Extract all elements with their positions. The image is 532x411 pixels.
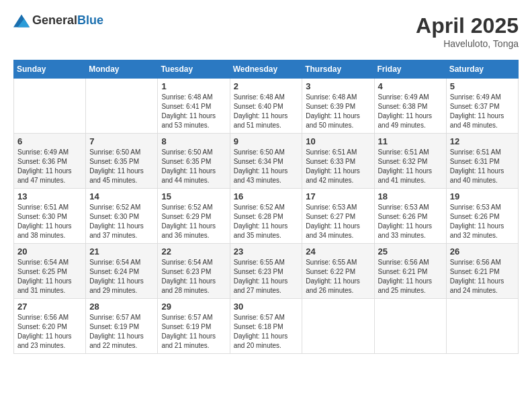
day-info: Sunrise: 6:49 AM Sunset: 6:38 PM Dayligh…	[378, 93, 443, 130]
calendar-cell: 17Sunrise: 6:53 AM Sunset: 6:27 PM Dayli…	[302, 189, 374, 244]
calendar-cell: 1Sunrise: 6:48 AM Sunset: 6:41 PM Daylig…	[158, 79, 230, 134]
calendar-cell: 27Sunrise: 6:56 AM Sunset: 6:20 PM Dayli…	[14, 299, 86, 354]
day-number: 16	[234, 191, 299, 201]
day-number: 19	[450, 191, 515, 201]
calendar-week-row: 27Sunrise: 6:56 AM Sunset: 6:20 PM Dayli…	[14, 299, 519, 354]
day-info: Sunrise: 6:55 AM Sunset: 6:22 PM Dayligh…	[306, 258, 370, 295]
day-info: Sunrise: 6:53 AM Sunset: 6:26 PM Dayligh…	[378, 203, 443, 240]
calendar-cell: 20Sunrise: 6:54 AM Sunset: 6:25 PM Dayli…	[14, 244, 86, 299]
calendar-cell: 3Sunrise: 6:48 AM Sunset: 6:39 PM Daylig…	[302, 79, 374, 134]
calendar-cell: 26Sunrise: 6:56 AM Sunset: 6:21 PM Dayli…	[446, 244, 518, 299]
day-number: 27	[17, 302, 82, 312]
title-block: April 2025 Haveluloto, Tonga	[416, 13, 519, 49]
calendar-cell: 2Sunrise: 6:48 AM Sunset: 6:40 PM Daylig…	[230, 79, 302, 134]
calendar-cell: 30Sunrise: 6:57 AM Sunset: 6:18 PM Dayli…	[230, 299, 302, 354]
day-number: 21	[89, 246, 154, 257]
calendar-cell: 19Sunrise: 6:53 AM Sunset: 6:26 PM Dayli…	[446, 189, 518, 244]
day-info: Sunrise: 6:51 AM Sunset: 6:31 PM Dayligh…	[450, 148, 515, 185]
col-header-friday: Friday	[374, 60, 446, 79]
calendar-cell: 28Sunrise: 6:57 AM Sunset: 6:19 PM Dayli…	[86, 299, 158, 354]
day-number: 17	[306, 191, 370, 201]
day-info: Sunrise: 6:56 AM Sunset: 6:21 PM Dayligh…	[450, 258, 515, 295]
calendar-cell: 18Sunrise: 6:53 AM Sunset: 6:26 PM Dayli…	[374, 189, 446, 244]
day-number: 6	[17, 136, 82, 146]
day-number: 24	[306, 246, 370, 257]
col-header-saturday: Saturday	[446, 60, 518, 79]
day-info: Sunrise: 6:49 AM Sunset: 6:36 PM Dayligh…	[17, 148, 82, 185]
day-info: Sunrise: 6:49 AM Sunset: 6:37 PM Dayligh…	[450, 93, 515, 130]
day-info: Sunrise: 6:48 AM Sunset: 6:40 PM Dayligh…	[234, 93, 299, 130]
calendar-week-row: 20Sunrise: 6:54 AM Sunset: 6:25 PM Dayli…	[14, 244, 519, 299]
calendar-cell: 11Sunrise: 6:51 AM Sunset: 6:32 PM Dayli…	[374, 134, 446, 189]
day-number: 8	[161, 136, 226, 146]
day-info: Sunrise: 6:50 AM Sunset: 6:35 PM Dayligh…	[89, 148, 154, 185]
day-number: 23	[234, 246, 299, 257]
day-info: Sunrise: 6:52 AM Sunset: 6:28 PM Dayligh…	[234, 203, 299, 240]
day-number: 26	[450, 246, 515, 257]
calendar-cell: 15Sunrise: 6:52 AM Sunset: 6:29 PM Dayli…	[158, 189, 230, 244]
day-number: 1	[161, 81, 226, 91]
calendar-cell: 10Sunrise: 6:51 AM Sunset: 6:33 PM Dayli…	[302, 134, 374, 189]
calendar-cell: 8Sunrise: 6:50 AM Sunset: 6:35 PM Daylig…	[158, 134, 230, 189]
page-header: GeneralBlue April 2025 Haveluloto, Tonga	[13, 13, 519, 49]
calendar-cell: 7Sunrise: 6:50 AM Sunset: 6:35 PM Daylig…	[86, 134, 158, 189]
day-info: Sunrise: 6:56 AM Sunset: 6:20 PM Dayligh…	[17, 313, 82, 351]
calendar-header-row: SundayMondayTuesdayWednesdayThursdayFrid…	[14, 60, 519, 79]
day-info: Sunrise: 6:57 AM Sunset: 6:19 PM Dayligh…	[89, 313, 154, 351]
day-number: 18	[378, 191, 443, 201]
calendar-cell: 4Sunrise: 6:49 AM Sunset: 6:38 PM Daylig…	[374, 79, 446, 134]
day-number: 20	[17, 246, 82, 257]
calendar-cell: 25Sunrise: 6:56 AM Sunset: 6:21 PM Dayli…	[374, 244, 446, 299]
day-info: Sunrise: 6:51 AM Sunset: 6:30 PM Dayligh…	[17, 203, 82, 240]
calendar-cell	[446, 299, 518, 354]
day-number: 10	[306, 136, 370, 146]
calendar-cell	[302, 299, 374, 354]
day-number: 5	[450, 81, 515, 91]
col-header-thursday: Thursday	[302, 60, 374, 79]
day-number: 30	[234, 302, 299, 312]
calendar-cell: 22Sunrise: 6:54 AM Sunset: 6:23 PM Dayli…	[158, 244, 230, 299]
day-number: 14	[89, 191, 154, 201]
day-info: Sunrise: 6:48 AM Sunset: 6:39 PM Dayligh…	[306, 93, 370, 130]
day-info: Sunrise: 6:57 AM Sunset: 6:19 PM Dayligh…	[161, 313, 226, 351]
logo-blue-text: Blue	[77, 13, 103, 27]
day-info: Sunrise: 6:51 AM Sunset: 6:32 PM Dayligh…	[378, 148, 443, 185]
col-header-monday: Monday	[86, 60, 158, 79]
day-number: 4	[378, 81, 443, 91]
calendar-cell: 14Sunrise: 6:52 AM Sunset: 6:30 PM Dayli…	[86, 189, 158, 244]
calendar-title: April 2025	[416, 13, 519, 38]
calendar-cell	[86, 79, 158, 134]
calendar-cell: 12Sunrise: 6:51 AM Sunset: 6:31 PM Dayli…	[446, 134, 518, 189]
day-info: Sunrise: 6:51 AM Sunset: 6:33 PM Dayligh…	[306, 148, 370, 185]
day-info: Sunrise: 6:55 AM Sunset: 6:23 PM Dayligh…	[234, 258, 299, 295]
calendar-week-row: 6Sunrise: 6:49 AM Sunset: 6:36 PM Daylig…	[14, 134, 519, 189]
day-info: Sunrise: 6:54 AM Sunset: 6:25 PM Dayligh…	[17, 258, 82, 295]
logo: GeneralBlue	[13, 13, 103, 28]
day-info: Sunrise: 6:52 AM Sunset: 6:30 PM Dayligh…	[89, 203, 154, 240]
calendar-week-row: 1Sunrise: 6:48 AM Sunset: 6:41 PM Daylig…	[14, 79, 519, 134]
calendar-cell	[14, 79, 86, 134]
col-header-tuesday: Tuesday	[158, 60, 230, 79]
day-number: 28	[89, 302, 154, 312]
calendar-cell: 16Sunrise: 6:52 AM Sunset: 6:28 PM Dayli…	[230, 189, 302, 244]
logo-general-text: General	[32, 13, 77, 27]
day-info: Sunrise: 6:52 AM Sunset: 6:29 PM Dayligh…	[161, 203, 226, 240]
logo-icon	[13, 14, 30, 28]
day-info: Sunrise: 6:57 AM Sunset: 6:18 PM Dayligh…	[234, 313, 299, 351]
calendar-cell	[374, 299, 446, 354]
day-info: Sunrise: 6:54 AM Sunset: 6:24 PM Dayligh…	[89, 258, 154, 295]
day-number: 2	[234, 81, 299, 91]
calendar-table: SundayMondayTuesdayWednesdayThursdayFrid…	[13, 60, 519, 354]
calendar-week-row: 13Sunrise: 6:51 AM Sunset: 6:30 PM Dayli…	[14, 189, 519, 244]
day-number: 25	[378, 246, 443, 257]
day-info: Sunrise: 6:50 AM Sunset: 6:35 PM Dayligh…	[161, 148, 226, 185]
day-info: Sunrise: 6:53 AM Sunset: 6:27 PM Dayligh…	[306, 203, 370, 240]
calendar-cell: 9Sunrise: 6:50 AM Sunset: 6:34 PM Daylig…	[230, 134, 302, 189]
calendar-cell: 6Sunrise: 6:49 AM Sunset: 6:36 PM Daylig…	[14, 134, 86, 189]
day-number: 29	[161, 302, 226, 312]
calendar-cell: 5Sunrise: 6:49 AM Sunset: 6:37 PM Daylig…	[446, 79, 518, 134]
day-number: 3	[306, 81, 370, 91]
day-info: Sunrise: 6:48 AM Sunset: 6:41 PM Dayligh…	[161, 93, 226, 130]
day-info: Sunrise: 6:53 AM Sunset: 6:26 PM Dayligh…	[450, 203, 515, 240]
day-number: 9	[234, 136, 299, 146]
